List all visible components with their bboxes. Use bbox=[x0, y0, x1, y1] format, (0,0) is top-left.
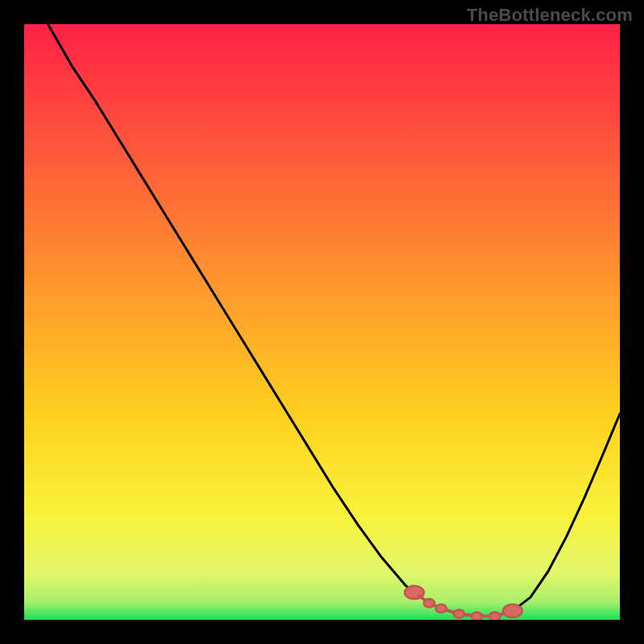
plot-area bbox=[24, 24, 620, 620]
plot-svg bbox=[24, 24, 620, 620]
svg-point-8 bbox=[472, 612, 482, 620]
svg-point-4 bbox=[436, 605, 446, 613]
watermark-text: TheBottleneck.com bbox=[467, 5, 633, 26]
chart-stage: TheBottleneck.com bbox=[0, 0, 644, 644]
gradient-background bbox=[24, 24, 620, 620]
svg-line-5 bbox=[447, 610, 453, 612]
svg-point-13 bbox=[503, 605, 522, 617]
svg-point-6 bbox=[454, 609, 464, 617]
svg-point-10 bbox=[489, 612, 500, 620]
svg-line-7 bbox=[464, 615, 471, 616]
